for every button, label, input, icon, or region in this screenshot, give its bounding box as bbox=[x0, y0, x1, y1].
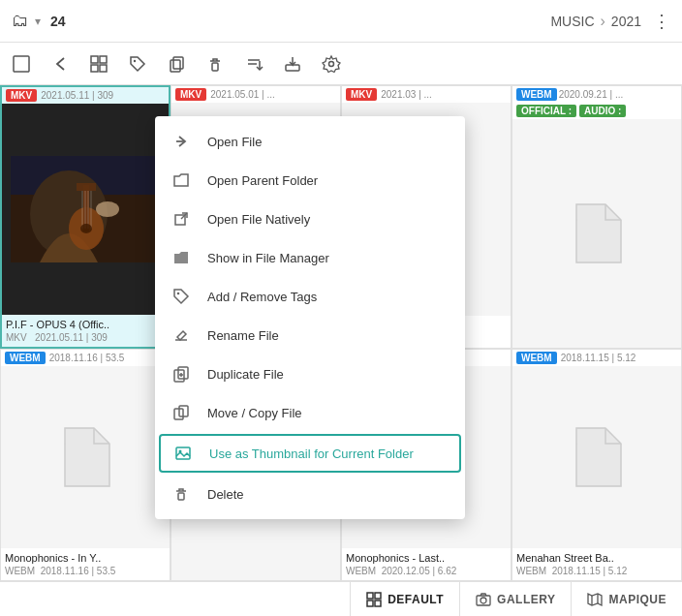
tag-icon[interactable] bbox=[126, 52, 149, 76]
file-header-meta-5: 2018.11.16 | 53.5 bbox=[49, 353, 125, 363]
file-thumb-4 bbox=[512, 119, 681, 348]
arrow-right-icon bbox=[170, 131, 192, 152]
bottom-bar: DEFAULT GALLERY MAPIQUE bbox=[0, 581, 682, 616]
bottom-btn-default-label: DEFAULT bbox=[388, 593, 444, 606]
map-icon bbox=[587, 592, 603, 607]
svg-rect-45 bbox=[367, 601, 373, 606]
ctx-duplicate[interactable]: Duplicate File bbox=[155, 354, 465, 393]
file-card-1[interactable]: MKV 2021.05.11 | 309 bbox=[0, 85, 170, 349]
badge-audio: AUDIO : bbox=[579, 105, 626, 117]
file-meta-1: MKV 2021.05.11 | 309 bbox=[2, 332, 169, 347]
file-card-1-header: MKV 2021.05.11 | 309 bbox=[2, 87, 169, 104]
svg-rect-7 bbox=[170, 60, 180, 72]
back-icon[interactable] bbox=[48, 52, 72, 76]
file-thumb-8 bbox=[512, 366, 681, 548]
grid-bottom-icon bbox=[366, 592, 382, 607]
delete-icon[interactable] bbox=[203, 52, 227, 76]
bottom-btn-gallery[interactable]: GALLERY bbox=[459, 582, 571, 617]
ctx-delete[interactable]: Delete bbox=[155, 475, 465, 513]
ctx-rename[interactable]: Rename File bbox=[155, 316, 465, 354]
rename-icon bbox=[170, 324, 192, 346]
select-all-icon[interactable] bbox=[10, 52, 33, 76]
file-header-meta-2: 2021.05.01 | ... bbox=[210, 89, 275, 100]
ctx-delete-label: Delete bbox=[207, 487, 244, 502]
file-header-meta-4: 2020.09.21 | ... bbox=[559, 89, 624, 100]
briefcase-icon: 🗂 bbox=[12, 11, 29, 31]
file-title-5: Monophonics - In Y.. bbox=[1, 548, 170, 566]
bottom-btn-default[interactable]: DEFAULT bbox=[350, 582, 459, 617]
svg-rect-3 bbox=[100, 56, 107, 63]
file-badge-webm-4: WEBM bbox=[516, 88, 557, 101]
file-card-2-header: MKV 2021.05.01 | ... bbox=[171, 86, 340, 103]
ctx-thumbnail-label: Use as Thumbnail for Current Folder bbox=[209, 447, 414, 461]
file-card-3-header: MKV 2021.03 | ... bbox=[342, 86, 511, 103]
context-menu: Open File Open Parent Folder Open File N… bbox=[155, 116, 465, 519]
breadcrumb-separator: › bbox=[601, 13, 605, 30]
svg-point-27 bbox=[96, 201, 119, 217]
file-badge-webm-8: WEBM bbox=[516, 352, 557, 364]
svg-rect-44 bbox=[375, 593, 381, 599]
file-count: 24 bbox=[50, 14, 66, 29]
ctx-open-natively[interactable]: Open File Natively bbox=[155, 200, 465, 238]
file-meta-7: WEBM 2020.12.05 | 6.62 bbox=[342, 566, 511, 580]
file-badge-mkv-2: MKV bbox=[175, 88, 206, 101]
file-card-8-header: WEBM 2018.11.15 | 5.12 bbox=[512, 350, 681, 366]
open-external-icon bbox=[170, 208, 192, 230]
bottom-btn-gallery-label: GALLERY bbox=[497, 593, 555, 606]
move-copy-icon bbox=[170, 402, 192, 423]
file-header-meta-8: 2018.11.15 | 5.12 bbox=[561, 353, 636, 363]
top-bar-left: 🗂 ▾ 24 bbox=[12, 11, 66, 31]
svg-rect-21 bbox=[77, 183, 96, 191]
ctx-show-manager[interactable]: Show in File Manager bbox=[155, 238, 465, 277]
file-header-meta-3: 2021.03 | ... bbox=[381, 89, 432, 100]
file-card-4[interactable]: WEBM 2020.09.21 | ... OFFICIAL : AUDIO : bbox=[512, 85, 682, 349]
svg-point-31 bbox=[177, 293, 180, 295]
svg-point-14 bbox=[329, 61, 334, 66]
duplicate-icon bbox=[170, 363, 192, 385]
file-card-4-header: WEBM 2020.09.21 | ... bbox=[512, 86, 681, 103]
export-icon[interactable] bbox=[281, 52, 304, 76]
grid-view-icon[interactable] bbox=[87, 52, 110, 76]
file-icon-8 bbox=[571, 426, 623, 488]
bottom-btn-mapique-label: MAPIQUE bbox=[608, 593, 666, 606]
file-badge-mkv-3: MKV bbox=[346, 88, 377, 101]
badge-official: OFFICIAL : bbox=[516, 105, 576, 117]
breadcrumb-parent[interactable]: MUSIC bbox=[550, 14, 594, 29]
file-badge-mkv: MKV bbox=[6, 89, 37, 102]
file-badge-webm-5: WEBM bbox=[5, 352, 46, 364]
image-icon bbox=[172, 443, 194, 464]
ctx-add-tags[interactable]: Add / Remove Tags bbox=[155, 277, 465, 316]
svg-marker-49 bbox=[588, 594, 602, 605]
ctx-open-file[interactable]: Open File bbox=[155, 122, 465, 161]
svg-rect-8 bbox=[173, 57, 183, 69]
more-options-icon[interactable]: ⋮ bbox=[653, 11, 670, 32]
ctx-duplicate-label: Duplicate File bbox=[207, 367, 284, 382]
svg-point-6 bbox=[134, 59, 136, 61]
sort-icon[interactable] bbox=[242, 52, 265, 76]
tag-ctx-icon bbox=[170, 286, 192, 307]
file-thumb-1 bbox=[2, 104, 169, 315]
file-title-8: Menahan Street Ba.. bbox=[512, 548, 681, 566]
file-card-8[interactable]: WEBM 2018.11.15 | 5.12 Menahan Street Ba… bbox=[512, 349, 682, 581]
top-bar: 🗂 ▾ 24 MUSIC › 2021 ⋮ bbox=[0, 0, 682, 43]
ctx-rename-label: Rename File bbox=[207, 328, 279, 343]
copy-icon[interactable] bbox=[165, 52, 188, 76]
file-title-1: P.I.F - OPUS 4 (Offic.. bbox=[2, 315, 169, 332]
bottom-btn-mapique[interactable]: MAPIQUE bbox=[571, 582, 682, 617]
ctx-move-copy[interactable]: Move / Copy File bbox=[155, 393, 465, 432]
svg-line-30 bbox=[181, 213, 187, 219]
dropdown-icon[interactable]: ▾ bbox=[35, 15, 41, 28]
file-card-5[interactable]: WEBM 2018.11.16 | 53.5 Monophonics - In … bbox=[0, 349, 170, 581]
ctx-open-file-label: Open File bbox=[207, 135, 262, 149]
file-thumb-5 bbox=[1, 366, 170, 548]
toolbar bbox=[0, 43, 682, 85]
file-meta-8: WEBM 2018.11.15 | 5.12 bbox=[512, 566, 681, 580]
ctx-open-parent[interactable]: Open Parent Folder bbox=[155, 161, 465, 200]
svg-rect-0 bbox=[14, 56, 29, 72]
folder-outline-icon bbox=[170, 169, 192, 191]
ctx-show-manager-label: Show in File Manager bbox=[207, 251, 329, 265]
ctx-thumbnail[interactable]: Use as Thumbnail for Current Folder bbox=[159, 434, 461, 473]
settings-icon[interactable] bbox=[320, 52, 343, 76]
file-card-5-header: WEBM 2018.11.16 | 53.5 bbox=[1, 350, 170, 366]
svg-rect-4 bbox=[91, 65, 98, 72]
